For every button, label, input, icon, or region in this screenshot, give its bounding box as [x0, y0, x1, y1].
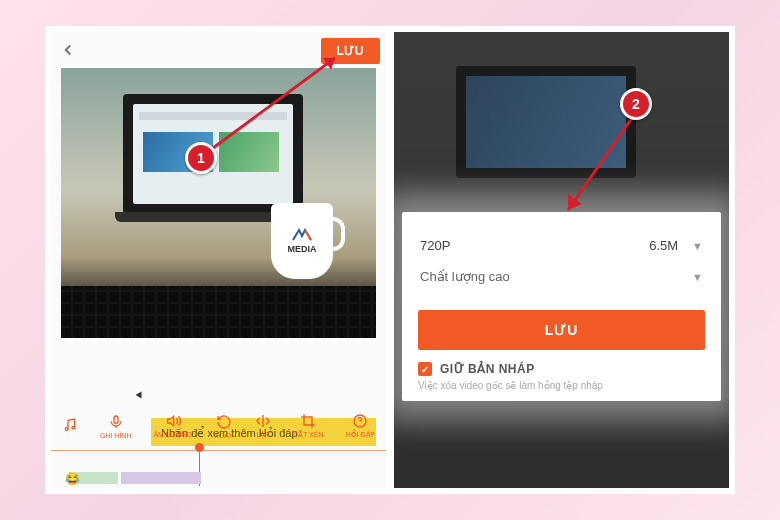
checkbox-checked-icon[interactable]: ✓ [418, 362, 432, 376]
tool-volume[interactable]: ÂM LƯỢNG [153, 413, 192, 439]
svg-line-4 [213, 58, 335, 148]
step-badge-1: 1 [185, 142, 217, 174]
timeline[interactable]: 😂 [51, 446, 386, 488]
tool-record[interactable]: GHI HÌNH [100, 414, 132, 439]
tool-help[interactable]: HỎI ĐÁP [346, 413, 375, 439]
editor-toolbar: GHI HÌNH ÂM LƯỢNG XOAY LẬT CẮT XÉN HỎI Đ… [51, 406, 386, 446]
filesize-value: 6.5M [649, 238, 678, 253]
screenshot-step-1: LƯU MEDIA Nhấn để xem thêm Hỏi đáp GHI H… [51, 32, 386, 488]
mug-graphic: MEDIA [271, 203, 333, 279]
tutorial-frame: LƯU MEDIA Nhấn để xem thêm Hỏi đáp GHI H… [45, 26, 735, 494]
prev-track-icon[interactable] [131, 388, 145, 406]
tool-flip[interactable]: LẬT [255, 413, 271, 439]
save-confirm-button[interactable]: LƯU [418, 310, 705, 350]
resolution-value: 720P [420, 238, 450, 253]
emoji-icon: 😂 [65, 472, 80, 486]
svg-line-6 [568, 118, 632, 210]
svg-marker-7 [568, 194, 582, 210]
screenshot-step-2: 720P 6.5M ▼ Chất lượng cao ▼ LƯU ✓ GIỮ B… [394, 32, 729, 488]
timeline-clip[interactable] [121, 472, 201, 484]
arrow-annotation [554, 114, 644, 224]
tool-rotate[interactable]: XOAY [214, 414, 233, 439]
chevron-down-icon: ▼ [692, 240, 703, 252]
arrow-annotation [207, 46, 357, 156]
export-panel: 720P 6.5M ▼ Chất lượng cao ▼ LƯU ✓ GIỮ B… [402, 212, 721, 401]
tool-crop[interactable]: CẮT XÉN [293, 413, 324, 439]
chevron-down-icon: ▼ [692, 271, 703, 283]
svg-point-0 [65, 428, 68, 431]
tool-music[interactable] [62, 417, 78, 435]
keep-draft-row[interactable]: ✓ GIỮ BẢN NHÁP [418, 362, 705, 376]
svg-rect-2 [114, 416, 118, 423]
svg-point-1 [72, 426, 75, 429]
quality-value: Chất lượng cao [420, 269, 510, 284]
quality-row[interactable]: Chất lượng cao ▼ [418, 261, 705, 292]
resolution-row[interactable]: 720P 6.5M ▼ [418, 230, 705, 261]
draft-note: Việc xóa video gốc sẽ làm hỏng tệp nháp [418, 380, 705, 391]
back-arrow-icon[interactable] [59, 41, 77, 59]
keep-draft-label: GIỮ BẢN NHÁP [440, 362, 535, 376]
step-badge-2: 2 [620, 88, 652, 120]
